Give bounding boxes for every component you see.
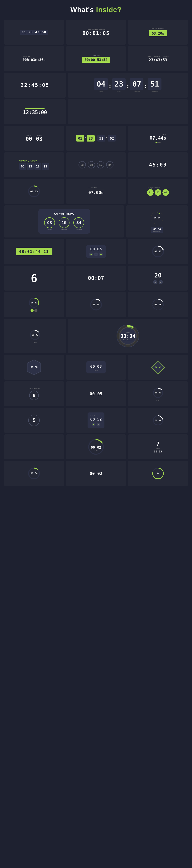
mini-circle-green: 00:39 ▶ ■ xyxy=(28,297,40,312)
timer-t27: 00:04 xyxy=(92,303,100,306)
cell-mini-circle-green: 00:39 ▶ ■ xyxy=(4,292,64,317)
diamond-wrap: 00:02 xyxy=(152,361,164,373)
scroll-time: 00:05 xyxy=(90,247,102,251)
row-8: Are You Ready? 08 Hours 15 Minutes 34 Se… xyxy=(4,205,188,238)
cell-t11: 01 : 23 : 51 : 02 xyxy=(66,126,126,151)
circle-dashed-time: 00:04 xyxy=(154,217,160,219)
cell-empty-16 xyxy=(4,434,64,459)
row-6: COMING SOON 05 13 13 13 03 08 15 xyxy=(4,152,188,177)
timer-t36: 00:02 xyxy=(155,392,161,394)
card-t32: 00:03 Timer xyxy=(86,361,106,373)
t11-seg4: 02 xyxy=(108,135,116,142)
t38-btn1[interactable]: ▶ xyxy=(91,423,95,427)
page-wrapper: What's Inside? 01:23:43:50 Hours Minutes… xyxy=(0,0,192,493)
rpm-icon: ♪ xyxy=(95,443,97,445)
cell-t15: 45:09 xyxy=(128,152,188,177)
hex-time: 00:08 xyxy=(31,366,37,369)
row-9: 00:01:44:21 00:05 ◀ ● ▶ 00:13 xyxy=(4,239,188,264)
row-4: 12:35:00 xyxy=(4,99,188,124)
t36-unit-labels: s m xyxy=(156,399,159,401)
hex-wrap: 00:08 xyxy=(26,359,42,376)
cell-t25: 20 ▶ ■ xyxy=(128,266,188,290)
cell-t5: Starting In 00:00:53:52 xyxy=(66,46,126,71)
t12-label: Seconds xyxy=(161,134,166,135)
t11-seg1: 01 xyxy=(76,135,84,142)
ayr2-block: Are You Ready? 8 xyxy=(29,388,40,400)
timer-t12: 07.44s xyxy=(150,135,166,141)
gc-label: Left Days Your Event xyxy=(147,187,160,188)
cell-circle-dashed: 00:04 00:04 Countdown xyxy=(126,205,188,238)
row-2: Starting In 00h:03m:36s Starting In 00:0… xyxy=(4,46,188,71)
ayr-hours-num: 08 xyxy=(44,217,55,228)
cell-green-circles: Left Days Your Event 21 00 00 xyxy=(128,179,188,204)
t38-labels: h m s xyxy=(90,414,95,416)
cell-empty-wide xyxy=(68,99,188,124)
t38-btn2[interactable]: ■ xyxy=(97,423,101,427)
row-16: ♪ 00:02 95 bpm 7 Timer 00:03 xyxy=(4,434,188,459)
cell-num-t40: 7 Timer 00:03 xyxy=(128,434,188,459)
cell-circle-t28: 00:09 xyxy=(128,292,188,317)
ayr-title: Are You Ready? xyxy=(54,212,75,215)
t17-bar2 xyxy=(88,196,104,196)
scroll-time-t38: 00:52 xyxy=(90,417,102,422)
timer-t3: 03.20s xyxy=(149,30,167,36)
dot-t3: 15 xyxy=(97,161,104,168)
timer-t10-min: 00 xyxy=(26,136,32,142)
row-17: 00:04 00:02 8 xyxy=(4,461,188,486)
cell-scroll-t38: h m s 00:52 ▶ ■ xyxy=(66,408,126,433)
circle-t29-wrap: 00:02 Timer xyxy=(29,329,41,343)
timer-t35: 00:05 xyxy=(90,392,102,396)
t25-btn1[interactable]: ▶ xyxy=(153,280,157,284)
ayr-hours-lbl: Hours xyxy=(47,229,51,230)
ayr-minutes-num: 15 xyxy=(59,217,70,228)
mgc-btn2[interactable]: ■ xyxy=(34,309,37,312)
card-time-t32: 00:03 xyxy=(90,364,102,369)
cell-t12: Seconds 07.44s xyxy=(128,126,188,151)
t25-btn2[interactable]: ■ xyxy=(159,280,163,284)
cell-t1: 01:23:43:50 xyxy=(4,20,64,44)
row-12: 00:02 Timer Today 00:04 Total Duration xyxy=(4,319,188,353)
mgc-btn1[interactable]: ▶ xyxy=(31,309,34,312)
cell-circle-t27: 00:04 xyxy=(66,292,126,317)
circle-dashed-label: Countdown xyxy=(153,230,161,232)
timer-t6: 23:43:53 xyxy=(149,58,167,62)
cell-t35: 00:05 xyxy=(66,381,126,406)
cell-t44: 00:02 xyxy=(66,461,126,486)
timer-t10-sec: 03 xyxy=(36,136,42,142)
row-14: Are You Ready? 8 00:05 00:02 s m xyxy=(4,381,188,406)
scroll-btn1[interactable]: ◀ xyxy=(89,252,93,256)
cell-circle-t39: 00:02 xyxy=(128,408,188,433)
dot-t2: 08 xyxy=(88,161,95,168)
timer-t15: 45:09 xyxy=(149,162,167,168)
cell-card-t32: 00:03 Timer xyxy=(66,355,126,380)
page-title: What's Inside? xyxy=(4,6,188,14)
scroll-btn2[interactable]: ● xyxy=(94,252,98,256)
cell-t45: 8 xyxy=(128,461,188,486)
timer-t25: 20 xyxy=(154,272,162,279)
cell-circle-t36: 00:02 s m xyxy=(128,381,188,406)
cell-scroll-card: 00:05 ◀ ● ▶ xyxy=(66,239,126,264)
timer-t22: 00:13 xyxy=(155,250,161,253)
rpm-time: 00:02 xyxy=(91,445,101,450)
timer-t29: 00:02 xyxy=(32,334,38,336)
ayr-hours: 08 Hours xyxy=(44,217,55,230)
t9-greenbar xyxy=(25,108,44,109)
today-label: Today xyxy=(125,331,130,333)
cell-t43: 00:04 xyxy=(4,461,64,486)
today-donut: Today 00:04 Total Duration xyxy=(114,322,141,349)
cell-are-you-ready: Are You Ready? 08 Hours 15 Minutes 34 Se… xyxy=(4,205,124,238)
num-t40-wrap: 7 Timer 00:03 xyxy=(154,441,162,453)
cell-coming-soon: COMING SOON 05 13 13 13 xyxy=(4,152,64,177)
row-5: Minutes 00 : Second 03 01 : 23 : 51 : 02 xyxy=(4,126,188,151)
scroll-btn3[interactable]: ▶ xyxy=(99,252,103,256)
t5-starting: Starting In xyxy=(92,55,100,56)
cell-t4: Starting In 00h:03m:36s xyxy=(4,46,64,71)
timer-t16: 00:03 xyxy=(30,190,38,193)
row-1: 01:23:43:50 Hours Minutes Seconds 00:01:… xyxy=(4,20,188,44)
t2-label: Hours Minutes Seconds xyxy=(87,28,105,30)
t8-minutes: 07 xyxy=(130,78,144,90)
t11-seg2: 23 xyxy=(87,135,95,142)
mini-green-controls: ▶ ■ xyxy=(31,309,37,312)
num-t40-label: Timer xyxy=(156,448,160,449)
cell-t3: Minutes Seconds 03.20s xyxy=(128,20,188,44)
